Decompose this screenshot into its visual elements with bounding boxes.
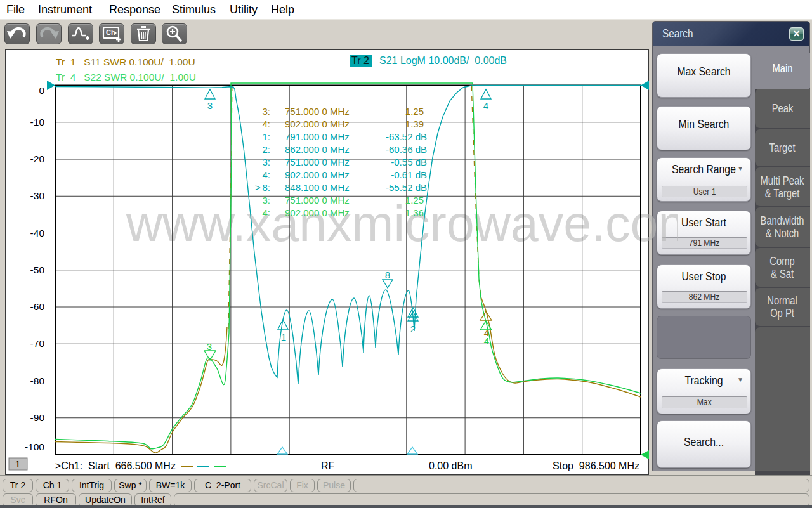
svg-text:-60.36 dB: -60.36 dB — [386, 144, 427, 155]
svg-text:Tr 4 S22 SWR 0.100U/ 1.00U: Tr 4 S22 SWR 0.100U/ 1.00U — [56, 72, 196, 82]
svg-text:-30: -30 — [30, 190, 45, 201]
svg-text:4:: 4: — [262, 169, 270, 180]
svg-text:-60: -60 — [30, 301, 45, 312]
svg-text:902.000 0 MHz: 902.000 0 MHz — [285, 169, 350, 180]
svg-text:-80: -80 — [30, 375, 45, 386]
svg-text:4: 4 — [483, 100, 488, 111]
svg-text:2:: 2: — [262, 144, 270, 155]
svg-text:1.36: 1.36 — [405, 207, 424, 218]
svg-text:-70: -70 — [30, 338, 45, 349]
svg-text:1: 1 — [281, 332, 286, 342]
svg-text:-50: -50 — [30, 264, 45, 275]
svg-text:>: > — [255, 182, 261, 193]
svg-text:>Ch1: Start 666.500 MHz: >Ch1: Start 666.500 MHz — [55, 460, 176, 471]
svg-text:Stop 986.500 MHz: Stop 986.500 MHz — [553, 460, 639, 471]
svg-text:4:: 4: — [262, 207, 270, 218]
svg-text:-55.52 dB: -55.52 dB — [386, 182, 427, 193]
svg-text:0.00 dBm: 0.00 dBm — [429, 460, 472, 471]
svg-text:3:: 3: — [262, 106, 270, 117]
svg-text:902.000 0 MHz: 902.000 0 MHz — [285, 119, 350, 129]
svg-text:1.25: 1.25 — [405, 195, 424, 205]
svg-text:751.000 0 MHz: 751.000 0 MHz — [285, 106, 350, 117]
svg-text:848.100 0 MHz: 848.100 0 MHz — [285, 182, 350, 193]
svg-text:3: 3 — [207, 100, 213, 111]
svg-text:-10: -10 — [30, 117, 45, 127]
svg-text:-100: -100 — [25, 441, 44, 452]
svg-text:791.000 0 MHz: 791.000 0 MHz — [285, 131, 350, 142]
svg-text:4: 4 — [484, 335, 489, 346]
svg-text:1.25: 1.25 — [405, 106, 424, 117]
svg-text:902.000 0 MHz: 902.000 0 MHz — [285, 207, 350, 218]
svg-text:-0.61 dB: -0.61 dB — [391, 169, 427, 180]
svg-text:8:: 8: — [262, 182, 270, 193]
svg-text:751.000 0 MHz: 751.000 0 MHz — [285, 195, 350, 205]
svg-text:Tr 1 S11 SWR 0.100U/ 1.00U: Tr 1 S11 SWR 0.100U/ 1.00U — [56, 56, 195, 67]
svg-text:3:: 3: — [262, 195, 270, 205]
svg-text:0: 0 — [39, 85, 44, 96]
svg-text:-40: -40 — [30, 228, 45, 238]
svg-text:-0.55 dB: -0.55 dB — [391, 157, 427, 167]
svg-text:1.39: 1.39 — [405, 119, 424, 129]
svg-text:-63.52 dB: -63.52 dB — [386, 131, 427, 142]
svg-text:1: 1 — [15, 459, 20, 469]
svg-text:4:: 4: — [262, 119, 270, 129]
svg-text:8: 8 — [385, 270, 390, 280]
svg-text:751.000 0 MHz: 751.000 0 MHz — [285, 157, 350, 167]
svg-text:862.000 0 MHz: 862.000 0 MHz — [285, 144, 350, 155]
svg-text:3: 3 — [207, 341, 212, 352]
svg-text:RF: RF — [321, 460, 335, 471]
svg-text:S21 LogM 10.00dB/ 0.00dB: S21 LogM 10.00dB/ 0.00dB — [379, 55, 507, 66]
svg-text:2: 2 — [410, 323, 416, 334]
svg-text:-90: -90 — [30, 412, 45, 423]
svg-text:3:: 3: — [262, 157, 270, 167]
svg-text:1:: 1: — [262, 131, 270, 142]
svg-text:Tr 2: Tr 2 — [351, 55, 369, 66]
svg-text:-20: -20 — [30, 153, 45, 164]
